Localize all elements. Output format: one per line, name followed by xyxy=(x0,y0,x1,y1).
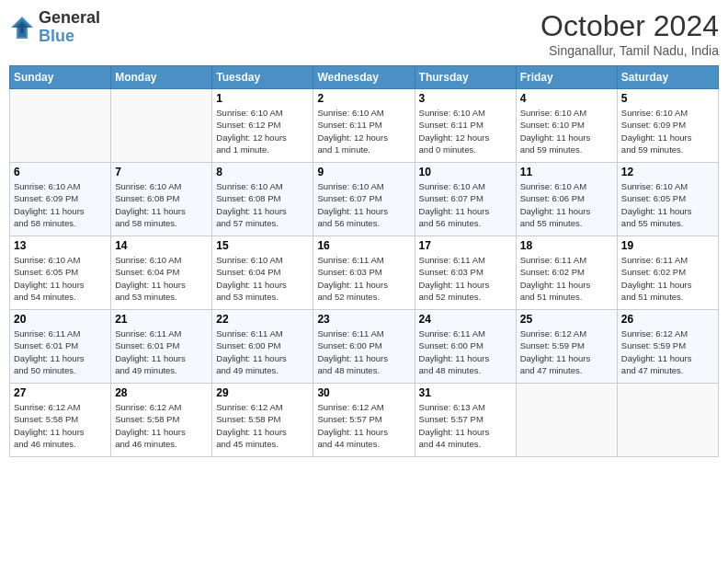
day-number: 22 xyxy=(216,313,309,326)
day-number: 8 xyxy=(216,166,309,178)
calendar-cell: 6Sunrise: 6:10 AMSunset: 6:09 PMDaylight… xyxy=(10,163,111,236)
logo-general: General xyxy=(39,9,100,28)
day-info: Sunrise: 6:11 AMSunset: 6:03 PMDaylight:… xyxy=(419,254,512,303)
day-info: Sunrise: 6:11 AMSunset: 6:00 PMDaylight:… xyxy=(216,327,309,376)
day-number: 1 xyxy=(216,92,309,105)
day-info: Sunrise: 6:12 AMSunset: 5:57 PMDaylight:… xyxy=(317,401,410,450)
weekday-header-tuesday: Tuesday xyxy=(212,66,313,89)
calendar-week-1: 1Sunrise: 6:10 AMSunset: 6:12 PMDaylight… xyxy=(10,89,719,163)
weekday-header-row: SundayMondayTuesdayWednesdayThursdayFrid… xyxy=(10,66,719,89)
day-info: Sunrise: 6:10 AMSunset: 6:08 PMDaylight:… xyxy=(115,180,208,229)
calendar-cell: 30Sunrise: 6:12 AMSunset: 5:57 PMDayligh… xyxy=(313,384,415,457)
day-info: Sunrise: 6:10 AMSunset: 6:07 PMDaylight:… xyxy=(419,180,512,229)
day-info: Sunrise: 6:11 AMSunset: 6:00 PMDaylight:… xyxy=(419,327,512,376)
day-info: Sunrise: 6:10 AMSunset: 6:04 PMDaylight:… xyxy=(115,254,208,303)
day-number: 21 xyxy=(115,313,208,326)
calendar-week-3: 13Sunrise: 6:10 AMSunset: 6:05 PMDayligh… xyxy=(10,236,719,310)
location: Singanallur, Tamil Nadu, India xyxy=(540,43,719,58)
calendar-cell xyxy=(111,89,212,163)
calendar-cell: 15Sunrise: 6:10 AMSunset: 6:04 PMDayligh… xyxy=(212,236,313,310)
calendar-cell: 12Sunrise: 6:10 AMSunset: 6:05 PMDayligh… xyxy=(617,163,718,236)
calendar-cell: 13Sunrise: 6:10 AMSunset: 6:05 PMDayligh… xyxy=(10,236,111,310)
weekday-header-wednesday: Wednesday xyxy=(313,66,415,89)
day-number: 10 xyxy=(419,166,512,178)
day-number: 11 xyxy=(520,166,613,178)
calendar-cell: 3Sunrise: 6:10 AMSunset: 6:11 PMDaylight… xyxy=(415,89,516,163)
day-info: Sunrise: 6:11 AMSunset: 6:00 PMDaylight:… xyxy=(317,327,410,376)
title-block: October 2024 Singanallur, Tamil Nadu, In… xyxy=(540,9,719,58)
day-info: Sunrise: 6:12 AMSunset: 5:59 PMDaylight:… xyxy=(520,327,613,376)
calendar-cell: 24Sunrise: 6:11 AMSunset: 6:00 PMDayligh… xyxy=(415,310,516,384)
weekday-header-monday: Monday xyxy=(111,66,212,89)
day-number: 24 xyxy=(419,313,512,326)
calendar-cell: 29Sunrise: 6:12 AMSunset: 5:58 PMDayligh… xyxy=(212,384,313,457)
calendar-cell: 31Sunrise: 6:13 AMSunset: 5:57 PMDayligh… xyxy=(415,384,516,457)
day-info: Sunrise: 6:10 AMSunset: 6:05 PMDaylight:… xyxy=(621,180,714,229)
day-info: Sunrise: 6:12 AMSunset: 5:59 PMDaylight:… xyxy=(621,327,714,376)
day-number: 14 xyxy=(115,239,208,252)
page-header: General Blue October 2024 Singanallur, T… xyxy=(9,9,719,58)
day-number: 13 xyxy=(14,239,107,252)
calendar-cell: 5Sunrise: 6:10 AMSunset: 6:09 PMDaylight… xyxy=(617,89,718,163)
day-info: Sunrise: 6:10 AMSunset: 6:12 PMDaylight:… xyxy=(216,107,309,155)
day-number: 29 xyxy=(216,386,309,399)
day-number: 17 xyxy=(419,239,512,252)
day-number: 3 xyxy=(419,92,512,105)
calendar-cell: 2Sunrise: 6:10 AMSunset: 6:11 PMDaylight… xyxy=(313,89,415,163)
calendar-cell: 9Sunrise: 6:10 AMSunset: 6:07 PMDaylight… xyxy=(313,163,415,236)
calendar-cell: 25Sunrise: 6:12 AMSunset: 5:59 PMDayligh… xyxy=(516,310,617,384)
day-info: Sunrise: 6:10 AMSunset: 6:07 PMDaylight:… xyxy=(317,180,410,229)
calendar-cell: 26Sunrise: 6:12 AMSunset: 5:59 PMDayligh… xyxy=(617,310,718,384)
day-info: Sunrise: 6:10 AMSunset: 6:05 PMDaylight:… xyxy=(14,254,107,303)
weekday-header-saturday: Saturday xyxy=(617,66,718,89)
day-info: Sunrise: 6:11 AMSunset: 6:01 PMDaylight:… xyxy=(115,327,208,376)
weekday-header-thursday: Thursday xyxy=(415,66,516,89)
calendar-cell: 21Sunrise: 6:11 AMSunset: 6:01 PMDayligh… xyxy=(111,310,212,384)
calendar-cell: 8Sunrise: 6:10 AMSunset: 6:08 PMDaylight… xyxy=(212,163,313,236)
calendar-week-4: 20Sunrise: 6:11 AMSunset: 6:01 PMDayligh… xyxy=(10,310,719,384)
logo: General Blue xyxy=(9,9,100,46)
day-number: 16 xyxy=(317,239,410,252)
calendar-week-5: 27Sunrise: 6:12 AMSunset: 5:58 PMDayligh… xyxy=(10,384,719,457)
day-number: 12 xyxy=(621,166,714,178)
calendar-cell: 19Sunrise: 6:11 AMSunset: 6:02 PMDayligh… xyxy=(617,236,718,310)
day-number: 31 xyxy=(419,386,512,399)
day-number: 23 xyxy=(317,313,410,326)
calendar-cell xyxy=(516,384,617,457)
day-number: 30 xyxy=(317,386,410,399)
calendar-cell: 17Sunrise: 6:11 AMSunset: 6:03 PMDayligh… xyxy=(415,236,516,310)
day-number: 25 xyxy=(520,313,613,326)
day-number: 27 xyxy=(14,386,107,399)
calendar-cell: 10Sunrise: 6:10 AMSunset: 6:07 PMDayligh… xyxy=(415,163,516,236)
logo-icon xyxy=(9,15,35,40)
day-info: Sunrise: 6:13 AMSunset: 5:57 PMDaylight:… xyxy=(419,401,512,450)
calendar-cell: 22Sunrise: 6:11 AMSunset: 6:00 PMDayligh… xyxy=(212,310,313,384)
weekday-header-sunday: Sunday xyxy=(10,66,111,89)
day-info: Sunrise: 6:10 AMSunset: 6:11 PMDaylight:… xyxy=(317,107,410,155)
calendar-cell: 20Sunrise: 6:11 AMSunset: 6:01 PMDayligh… xyxy=(10,310,111,384)
day-number: 9 xyxy=(317,166,410,178)
calendar-body: 1Sunrise: 6:10 AMSunset: 6:12 PMDaylight… xyxy=(10,89,719,457)
day-info: Sunrise: 6:11 AMSunset: 6:01 PMDaylight:… xyxy=(14,327,107,376)
calendar-cell: 18Sunrise: 6:11 AMSunset: 6:02 PMDayligh… xyxy=(516,236,617,310)
day-info: Sunrise: 6:10 AMSunset: 6:08 PMDaylight:… xyxy=(216,180,309,229)
day-info: Sunrise: 6:12 AMSunset: 5:58 PMDaylight:… xyxy=(14,401,107,450)
day-number: 28 xyxy=(115,386,208,399)
day-info: Sunrise: 6:10 AMSunset: 6:09 PMDaylight:… xyxy=(621,107,714,155)
day-info: Sunrise: 6:10 AMSunset: 6:11 PMDaylight:… xyxy=(419,107,512,155)
day-number: 6 xyxy=(14,166,107,178)
calendar-cell: 23Sunrise: 6:11 AMSunset: 6:00 PMDayligh… xyxy=(313,310,415,384)
calendar-cell: 16Sunrise: 6:11 AMSunset: 6:03 PMDayligh… xyxy=(313,236,415,310)
day-info: Sunrise: 6:11 AMSunset: 6:03 PMDaylight:… xyxy=(317,254,410,303)
day-info: Sunrise: 6:10 AMSunset: 6:04 PMDaylight:… xyxy=(216,254,309,303)
calendar-cell: 11Sunrise: 6:10 AMSunset: 6:06 PMDayligh… xyxy=(516,163,617,236)
logo-blue: Blue xyxy=(39,28,100,46)
weekday-header-friday: Friday xyxy=(516,66,617,89)
day-info: Sunrise: 6:10 AMSunset: 6:06 PMDaylight:… xyxy=(520,180,613,229)
calendar-cell: 14Sunrise: 6:10 AMSunset: 6:04 PMDayligh… xyxy=(111,236,212,310)
day-info: Sunrise: 6:10 AMSunset: 6:09 PMDaylight:… xyxy=(14,180,107,229)
day-number: 20 xyxy=(14,313,107,326)
month-title: October 2024 xyxy=(540,9,719,43)
day-number: 2 xyxy=(317,92,410,105)
day-info: Sunrise: 6:10 AMSunset: 6:10 PMDaylight:… xyxy=(520,107,613,155)
